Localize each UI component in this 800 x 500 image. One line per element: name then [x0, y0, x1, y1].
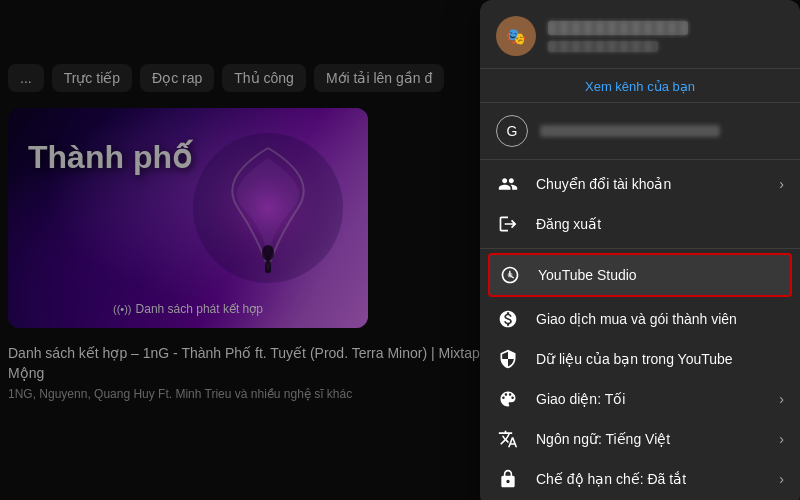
view-channel-section: Xem kênh của bạn	[480, 69, 800, 98]
switch-account-label: Chuyển đổi tài khoản	[536, 176, 763, 192]
language-label: Ngôn ngữ: Tiếng Việt	[536, 431, 763, 447]
svg-point-1	[262, 245, 274, 261]
menu-item-purchases[interactable]: Giao dịch mua và gói thành viên	[480, 299, 800, 339]
category-pill-more[interactable]: ...	[8, 64, 44, 92]
google-account-row[interactable]: G	[480, 107, 800, 155]
language-arrow: ›	[779, 431, 784, 447]
category-pill-new[interactable]: Mới tải lên gần đ	[314, 64, 444, 92]
menu-item-appearance[interactable]: Giao diện: Tối ›	[480, 379, 800, 419]
swirl-decoration	[188, 128, 348, 288]
menu-item-language[interactable]: Ngôn ngữ: Tiếng Việt ›	[480, 419, 800, 459]
featured-title-overlay: Thành phố	[28, 138, 192, 176]
menu-item-youtube-studio[interactable]: YouTube Studio	[488, 253, 792, 297]
divider-2	[480, 159, 800, 160]
youtube-studio-label: YouTube Studio	[538, 267, 782, 283]
logout-icon	[496, 212, 520, 236]
username-blurred	[548, 21, 688, 35]
main-content: Thành phố ((•)) Danh sách phát kết hợp D…	[0, 100, 500, 500]
menu-item-your-data[interactable]: Dữ liệu của bạn trong YouTube	[480, 339, 800, 379]
purchases-icon	[496, 307, 520, 331]
dropdown-avatar: 🎭	[496, 16, 536, 56]
appearance-arrow: ›	[779, 391, 784, 407]
menu-item-logout[interactable]: Đăng xuất	[480, 204, 800, 244]
category-pill-rap[interactable]: Đọc rap	[140, 64, 214, 92]
featured-card[interactable]: Thành phố ((•)) Danh sách phát kết hợp	[8, 108, 368, 328]
video-title: Danh sách kết hợp – 1nG - Thành Phố ft. …	[8, 344, 492, 383]
restricted-label: Chế độ hạn chế: Đã tắt	[536, 471, 763, 487]
switch-account-arrow: ›	[779, 176, 784, 192]
divider-3	[480, 248, 800, 249]
purchases-label: Giao dịch mua và gói thành viên	[536, 311, 784, 327]
category-pill-live[interactable]: Trực tiếp	[52, 64, 132, 92]
logout-label: Đăng xuất	[536, 216, 784, 232]
video-meta: 1NG, Nguyenn, Quang Huy Ft. Minh Trieu v…	[8, 387, 492, 401]
switch-account-icon	[496, 172, 520, 196]
dropdown-header: 🎭	[480, 0, 800, 69]
category-pill-craft[interactable]: Thủ công	[222, 64, 306, 92]
dropdown-user-info	[548, 21, 784, 52]
playlist-label: ((•)) Danh sách phát kết hợp	[8, 302, 368, 316]
google-account-blurred	[540, 125, 720, 137]
menu-item-switch-account[interactable]: Chuyển đổi tài khoản ›	[480, 164, 800, 204]
restricted-icon	[496, 467, 520, 491]
appearance-label: Giao diện: Tối	[536, 391, 763, 407]
video-info: Danh sách kết hợp – 1nG - Thành Phố ft. …	[8, 340, 492, 405]
appearance-icon	[496, 387, 520, 411]
view-channel-link[interactable]: Xem kênh của bạn	[585, 79, 695, 94]
your-data-label: Dữ liệu của bạn trong YouTube	[536, 351, 784, 367]
youtube-studio-icon	[498, 263, 522, 287]
your-data-icon	[496, 347, 520, 371]
divider-1	[480, 102, 800, 103]
user-dropdown: 🎭 Xem kênh của bạn G Chuyển đổi tài khoả…	[480, 0, 800, 500]
useremail-blurred	[548, 41, 658, 52]
menu-item-restricted[interactable]: Chế độ hạn chế: Đã tắt ›	[480, 459, 800, 499]
svg-point-3	[508, 273, 513, 278]
google-icon: G	[496, 115, 528, 147]
svg-rect-2	[265, 261, 271, 273]
language-icon	[496, 427, 520, 451]
restricted-arrow: ›	[779, 471, 784, 487]
